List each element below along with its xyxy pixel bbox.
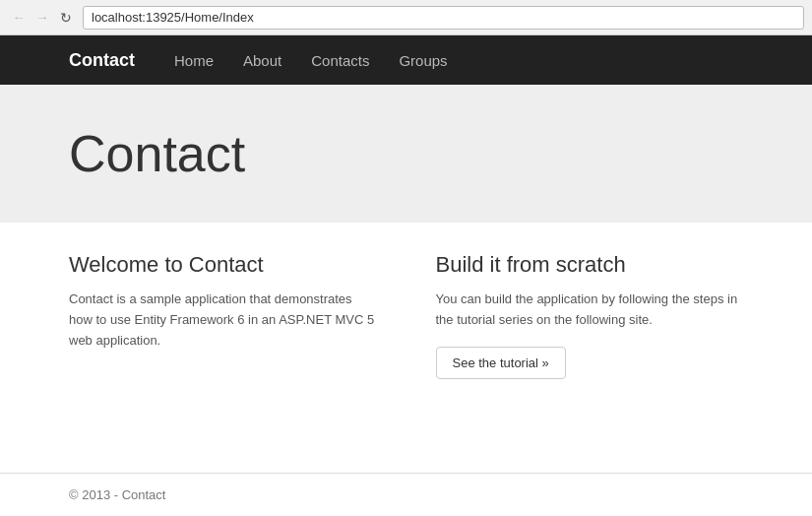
nav-link-contacts[interactable]: Contacts bbox=[311, 47, 369, 74]
nav-link-home[interactable]: Home bbox=[174, 47, 214, 74]
navbar: Contact Home About Contacts Groups bbox=[0, 35, 812, 85]
footer: © 2013 - Contact bbox=[0, 473, 812, 516]
hero-title: Contact bbox=[69, 124, 743, 183]
nav-buttons: ← → ↻ bbox=[8, 7, 77, 29]
refresh-button[interactable]: ↻ bbox=[55, 7, 77, 29]
address-bar[interactable]: localhost:13925/Home/Index bbox=[83, 6, 804, 30]
tutorial-button[interactable]: See the tutorial » bbox=[436, 347, 566, 379]
jumbotron: Contact bbox=[0, 85, 812, 223]
main-content: Welcome to Contact Contact is a sample a… bbox=[0, 223, 812, 409]
nav-link-groups[interactable]: Groups bbox=[399, 47, 447, 74]
left-section-title: Welcome to Contact bbox=[69, 252, 377, 278]
nav-link-about[interactable]: About bbox=[243, 47, 281, 74]
forward-button[interactable]: → bbox=[31, 7, 53, 29]
left-section-text: Contact is a sample application that dem… bbox=[69, 290, 377, 351]
footer-text: © 2013 - Contact bbox=[69, 487, 165, 502]
browser-chrome: ← → ↻ localhost:13925/Home/Index bbox=[0, 0, 812, 35]
url-text: localhost:13925/Home/Index bbox=[92, 10, 254, 25]
right-section-title: Build it from scratch bbox=[436, 252, 744, 278]
right-section-text: You can build the application by followi… bbox=[436, 290, 744, 331]
navbar-brand[interactable]: Contact bbox=[69, 50, 135, 71]
back-button[interactable]: ← bbox=[8, 7, 30, 29]
right-section: Build it from scratch You can build the … bbox=[436, 252, 744, 379]
left-section: Welcome to Contact Contact is a sample a… bbox=[69, 252, 377, 379]
